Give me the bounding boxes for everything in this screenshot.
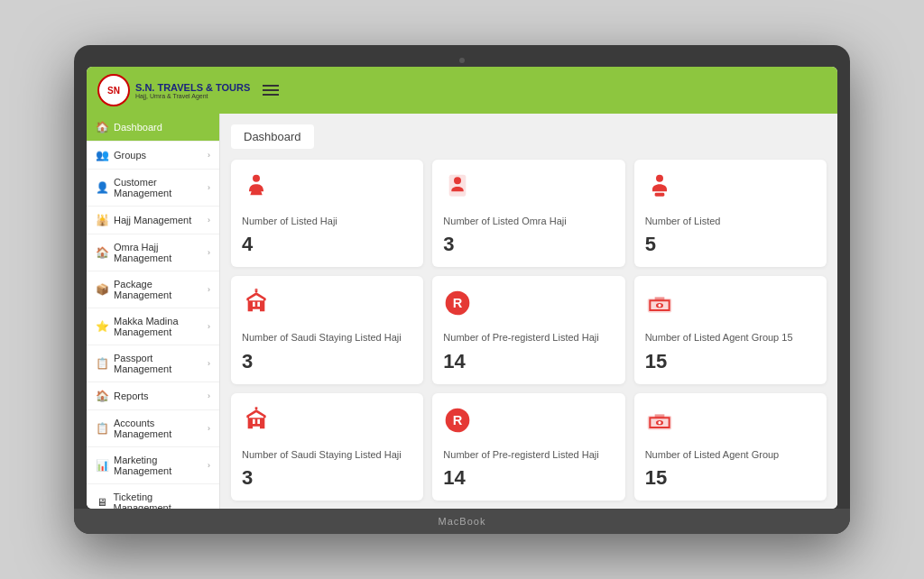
card-icon-saudi-staying-2 bbox=[242, 406, 412, 441]
card-pre-registered-2: R Number of Pre-registerd Listed Haji 14 bbox=[432, 393, 624, 501]
sidebar-label-ticketing: Ticketing Management bbox=[114, 492, 210, 509]
card-label-listed-agent-group-2: Number of Listed Agent Group bbox=[645, 448, 816, 461]
svg-point-6 bbox=[658, 304, 661, 307]
package-icon: 📦 bbox=[96, 283, 108, 296]
card-listed-omra: Number of Listed Omra Haji 3 bbox=[432, 160, 624, 267]
card-label-saudi-staying-2: Number of Saudi Staying Listed Haji bbox=[242, 448, 412, 461]
svg-point-11 bbox=[658, 421, 661, 424]
sidebar-item-dashboard[interactable]: 🏠 Dashboard bbox=[87, 114, 219, 142]
card-value-listed-agent-group: 15 bbox=[645, 350, 816, 373]
card-value-listed-haji: 4 bbox=[242, 233, 412, 256]
hajj-icon: 🕌 bbox=[96, 214, 108, 226]
dashboard-cards: Number of Listed Haji 4 Number bbox=[231, 160, 827, 501]
sidebar-label-accounts: Accounts Management bbox=[114, 418, 208, 439]
chevron-icon: › bbox=[208, 216, 210, 225]
sidebar-item-marketing[interactable]: 📊 Marketing Management › bbox=[87, 447, 219, 484]
sidebar-label-dashboard: Dashboard bbox=[114, 122, 162, 133]
card-icon-listed-agent-group-2 bbox=[645, 406, 816, 441]
card-icon-pre-registered: R bbox=[443, 289, 614, 324]
laptop-screen: SN S.N. TRAVELS & TOURS Hajj, Umra & Tra… bbox=[87, 67, 837, 509]
card-label-pre-registered-2: Number of Pre-registerd Listed Haji bbox=[443, 448, 614, 461]
card-icon-listed-haji bbox=[242, 172, 412, 207]
card-listed-agent-group: Number of Listed Agent Group 15 15 bbox=[634, 276, 827, 383]
svg-text:R: R bbox=[453, 297, 463, 311]
card-listed-agent-group-2: Number of Listed Agent Group 15 bbox=[634, 393, 827, 501]
sidebar-item-makka[interactable]: ⭐ Makka Madina Management › bbox=[87, 308, 219, 345]
laptop-base: MacBook bbox=[74, 509, 850, 534]
dashboard-icon: 🏠 bbox=[96, 121, 108, 133]
chevron-icon: › bbox=[208, 424, 210, 433]
sidebar-item-reports[interactable]: 🏠 Reports › bbox=[87, 382, 219, 410]
card-label-saudi-staying: Number of Saudi Staying Listed Haji bbox=[242, 331, 412, 344]
chevron-icon: › bbox=[208, 322, 210, 331]
card-icon-listed-omra bbox=[443, 172, 614, 207]
sidebar-item-ticketing[interactable]: 🖥 Ticketing Management bbox=[87, 484, 219, 509]
card-icon-saudi-staying bbox=[242, 289, 412, 324]
macbook-label: MacBook bbox=[439, 516, 486, 527]
sidebar-item-hajj[interactable]: 🕌 Hajj Management › bbox=[87, 207, 219, 234]
card-value-saudi-staying-2: 3 bbox=[242, 466, 412, 490]
card-saudi-staying: Number of Saudi Staying Listed Haji 3 bbox=[231, 276, 423, 383]
chevron-icon: › bbox=[208, 183, 210, 192]
app-subtitle: Hajj, Umra & Travel Agent bbox=[135, 93, 250, 99]
laptop-frame: SN S.N. TRAVELS & TOURS Hajj, Umra & Tra… bbox=[74, 45, 850, 534]
card-icon-listed-agent-group bbox=[645, 289, 816, 324]
page-title: Dashboard bbox=[231, 124, 314, 149]
sidebar-item-passport[interactable]: 📋 Passport Management › bbox=[87, 345, 219, 382]
card-label-listed-haji: Number of Listed Haji bbox=[242, 215, 412, 227]
svg-text:R: R bbox=[453, 413, 463, 427]
card-value-listed-omra: 3 bbox=[443, 233, 614, 256]
card-label-listed-agent-group: Number of Listed Agent Group 15 bbox=[645, 331, 816, 344]
main-area: 🏠 Dashboard 👥 Groups › 👤 bbox=[87, 114, 837, 509]
sidebar-label-makka: Makka Madina Management bbox=[114, 316, 208, 337]
reports-icon: 🏠 bbox=[96, 390, 108, 402]
sidebar-label-passport: Passport Management bbox=[114, 353, 208, 374]
sidebar-label-groups: Groups bbox=[114, 150, 146, 161]
sidebar-item-package[interactable]: 📦 Package Management › bbox=[87, 271, 219, 308]
hamburger-button[interactable] bbox=[263, 85, 279, 96]
sidebar-label-reports: Reports bbox=[114, 391, 149, 401]
sidebar-item-omra[interactable]: 🏠 Omra Hajj Management › bbox=[87, 234, 219, 271]
chevron-icon: › bbox=[208, 461, 210, 470]
marketing-icon: 📊 bbox=[96, 459, 108, 472]
header: SN S.N. TRAVELS & TOURS Hajj, Umra & Tra… bbox=[87, 67, 837, 114]
card-icon-listed bbox=[645, 172, 816, 207]
card-value-pre-registered-2: 14 bbox=[443, 466, 614, 490]
chevron-icon: › bbox=[208, 285, 210, 294]
groups-icon: 👥 bbox=[96, 149, 108, 161]
card-listed: Number of Listed 5 bbox=[634, 160, 827, 267]
card-label-listed: Number of Listed bbox=[645, 215, 816, 227]
app-title: S.N. TRAVELS & TOURS bbox=[135, 82, 250, 93]
sidebar-label-hajj: Hajj Management bbox=[114, 215, 191, 225]
sidebar-item-accounts[interactable]: 📋 Accounts Management › bbox=[87, 410, 219, 447]
card-value-pre-registered: 14 bbox=[443, 350, 614, 373]
chevron-icon: › bbox=[208, 391, 210, 400]
camera bbox=[459, 58, 465, 63]
chevron-icon: › bbox=[208, 151, 210, 160]
sidebar-item-customer[interactable]: 👤 Customer Management › bbox=[87, 170, 219, 207]
accounts-icon: 📋 bbox=[96, 422, 108, 435]
omra-icon: 🏠 bbox=[96, 246, 108, 259]
card-pre-registered: R Number of Pre-registerd Listed Haji 14 bbox=[432, 276, 624, 383]
app-container: SN S.N. TRAVELS & TOURS Hajj, Umra & Tra… bbox=[87, 67, 837, 509]
customer-icon: 👤 bbox=[96, 181, 108, 194]
content-area: Dashboard Number of Listed Haji 4 bbox=[220, 114, 837, 509]
card-value-listed-agent-group-2: 15 bbox=[645, 466, 816, 490]
chevron-icon: › bbox=[208, 248, 210, 257]
sidebar-item-groups[interactable]: 👥 Groups › bbox=[87, 142, 219, 170]
sidebar-label-customer: Customer Management bbox=[114, 177, 208, 198]
card-listed-haji: Number of Listed Haji 4 bbox=[231, 160, 423, 267]
logo: SN S.N. TRAVELS & TOURS Hajj, Umra & Tra… bbox=[97, 74, 250, 106]
card-value-listed: 5 bbox=[645, 233, 816, 256]
logo-icon: SN bbox=[97, 74, 130, 106]
sidebar-label-omra: Omra Hajj Management bbox=[114, 242, 208, 263]
card-label-pre-registered: Number of Pre-registerd Listed Haji bbox=[443, 331, 614, 344]
sidebar: 🏠 Dashboard 👥 Groups › 👤 bbox=[87, 114, 220, 509]
makka-icon: ⭐ bbox=[96, 320, 108, 333]
sidebar-label-marketing: Marketing Management bbox=[114, 455, 208, 476]
svg-rect-1 bbox=[654, 193, 664, 197]
card-label-listed-omra: Number of Listed Omra Haji bbox=[443, 215, 614, 227]
chevron-icon: › bbox=[208, 359, 210, 368]
passport-icon: 📋 bbox=[96, 357, 108, 370]
ticketing-icon: 🖥 bbox=[96, 496, 108, 509]
